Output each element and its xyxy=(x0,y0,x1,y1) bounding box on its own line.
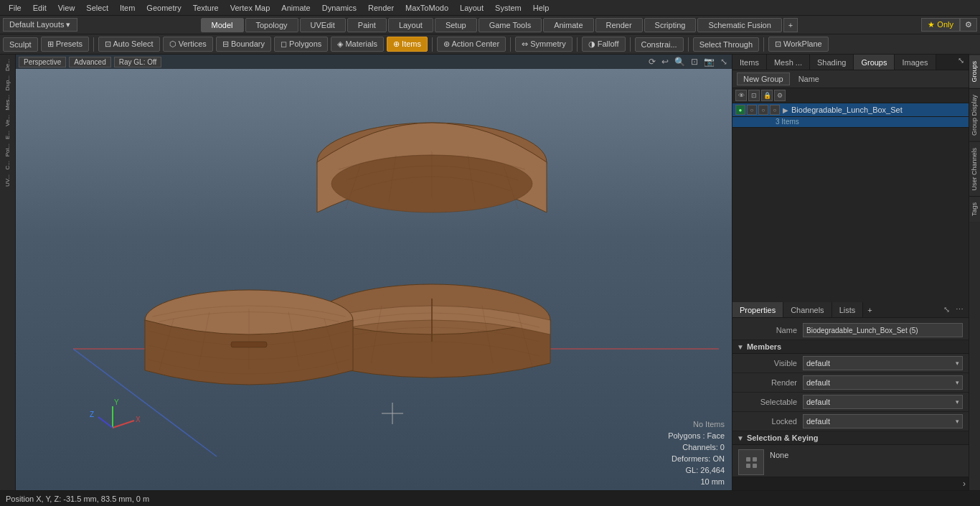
viewport-icon-camera[interactable]: 📷 xyxy=(702,57,716,67)
viewport-advanced-btn[interactable]: Advanced xyxy=(69,57,110,67)
groups-icon-lock[interactable]: 🔒 xyxy=(761,90,773,101)
right-tab-mesh[interactable]: Mesh ... xyxy=(767,55,810,70)
props-tab-add[interactable]: + xyxy=(863,304,876,316)
menu-item[interactable]: Item xyxy=(114,2,141,14)
menu-vertexmap[interactable]: Vertex Map xyxy=(225,2,276,14)
menu-dynamics[interactable]: Dynamics xyxy=(316,2,362,14)
right-tab-groups[interactable]: Groups xyxy=(854,55,895,70)
sculpt-button[interactable]: Sculpt xyxy=(3,37,38,52)
menu-help[interactable]: Help xyxy=(527,2,555,14)
action-center-button[interactable]: ⊛ Action Center xyxy=(437,37,506,52)
layout-tab-gametools[interactable]: Game Tools xyxy=(479,18,542,32)
menu-view[interactable]: View xyxy=(52,2,81,14)
boundary-button[interactable]: ⊟ Boundary xyxy=(216,37,271,52)
viewport[interactable]: Perspective Advanced Ray GL: Off ⟳ ↩ 🔍 ⊡… xyxy=(16,55,732,490)
props-tab-properties[interactable]: Properties xyxy=(732,302,783,317)
select-through-button[interactable]: Select Through xyxy=(693,37,759,52)
sel-keying-section-header[interactable]: ▼ Selection & Keying xyxy=(732,431,969,445)
polygons-button[interactable]: ◻ Polygons xyxy=(274,37,328,52)
layout-tab-uvedit[interactable]: UVEdit xyxy=(300,18,346,32)
menu-render[interactable]: Render xyxy=(362,2,400,14)
menu-geometry[interactable]: Geometry xyxy=(141,2,187,14)
right-tab-images[interactable]: Images xyxy=(895,55,936,70)
group-expand-icon[interactable]: ▶ xyxy=(783,106,788,114)
props-more-btn[interactable]: ⋯ xyxy=(953,305,966,314)
props-tab-lists[interactable]: Lists xyxy=(832,302,864,317)
props-expand-buttons: ⤡ ⋯ xyxy=(941,305,969,314)
menu-select[interactable]: Select xyxy=(80,2,114,14)
rsb-tab-groups[interactable]: Groups xyxy=(969,55,980,88)
workplane-button[interactable]: ⊡ WorkPlane xyxy=(768,37,829,52)
status-channels: Channels: 0 xyxy=(668,441,725,453)
menu-system[interactable]: System xyxy=(489,2,527,14)
auto-select-button[interactable]: ⊡ Auto Select xyxy=(98,37,160,52)
menu-maxtomodo[interactable]: MaxToModo xyxy=(400,2,454,14)
groups-icon-eye[interactable]: 👁 xyxy=(735,90,747,101)
groups-icon-settings[interactable]: ⚙ xyxy=(774,90,786,101)
group-settings-icon[interactable]: ○ xyxy=(770,105,780,115)
group-render-icon[interactable]: ○ xyxy=(747,105,757,115)
items-button[interactable]: ⊕ Items xyxy=(387,37,428,52)
viewport-icon-expand[interactable]: ⤡ xyxy=(719,57,729,67)
group-name-label: Biodegradable_Lunch_Box_Set xyxy=(791,106,966,114)
visible-value: default xyxy=(806,359,956,367)
layout-tab-topology[interactable]: Topology xyxy=(245,18,298,32)
rsb-tab-tags[interactable]: Tags xyxy=(969,196,980,222)
svg-line-25 xyxy=(113,421,134,428)
layout-tab-setup[interactable]: Setup xyxy=(435,18,477,32)
layout-tab-render[interactable]: Render xyxy=(595,18,643,32)
none-label: None xyxy=(770,449,963,459)
locked-caret-icon: ▾ xyxy=(956,418,959,425)
menu-edit[interactable]: Edit xyxy=(27,2,52,14)
rsb-tab-user-channels[interactable]: User Channels xyxy=(969,141,980,197)
visible-select[interactable]: default ▾ xyxy=(803,356,963,370)
groups-icon-render[interactable]: ⊡ xyxy=(748,90,760,101)
viewport-icon-rotate[interactable]: ⟳ xyxy=(647,57,657,67)
props-tab-channels[interactable]: Channels xyxy=(783,302,831,317)
props-expand-btn[interactable]: ⤡ xyxy=(941,305,952,314)
vertices-button[interactable]: ⬡ Vertices xyxy=(163,37,213,52)
right-tab-items[interactable]: Items xyxy=(732,55,767,70)
panel-expand-icon[interactable]: › xyxy=(963,479,966,489)
layout-tab-schematic[interactable]: Schematic Fusion xyxy=(697,18,781,32)
layout-tab-scripting[interactable]: Scripting xyxy=(644,18,697,32)
layout-tab-paint[interactable]: Paint xyxy=(347,18,387,32)
members-section-header[interactable]: ▼ Members xyxy=(732,340,969,354)
layout-tab-model[interactable]: Model xyxy=(201,18,244,32)
group-lock-icon[interactable]: ○ xyxy=(758,105,768,115)
materials-button[interactable]: ◈ Materials xyxy=(331,37,384,52)
menu-texture[interactable]: Texture xyxy=(187,2,225,14)
gear-button[interactable]: ⚙ xyxy=(960,18,977,32)
rsb-tab-group-display[interactable]: Group Display xyxy=(969,88,980,141)
menu-layout[interactable]: Layout xyxy=(454,2,489,14)
group-row-lunchbox[interactable]: ● ○ ○ ○ ▶ Biodegradable_Lunch_Box_Set xyxy=(732,103,969,117)
new-group-button[interactable]: New Group xyxy=(737,72,790,85)
group-eye-icon[interactable]: ● xyxy=(735,105,745,115)
name-input[interactable] xyxy=(803,323,963,337)
viewport-mode-btn[interactable]: Perspective xyxy=(19,57,66,67)
right-tab-shading[interactable]: Shading xyxy=(810,55,854,70)
presets-button[interactable]: ⊞ Presets xyxy=(41,37,89,52)
symmetry-button[interactable]: ⇔ Symmetry xyxy=(515,37,573,52)
right-tabs-expand[interactable]: ⤡ xyxy=(953,55,969,70)
viewport-icon-frame[interactable]: ⊡ xyxy=(689,57,699,67)
layout-tab-layout[interactable]: Layout xyxy=(388,18,433,32)
members-arrow-icon: ▼ xyxy=(737,343,744,351)
layouts-dropdown[interactable]: Default Layouts ▾ xyxy=(3,18,77,32)
falloff-button[interactable]: ◑ Falloff xyxy=(582,37,626,52)
render-select[interactable]: default ▾ xyxy=(803,375,963,390)
viewport-icon-zoom[interactable]: 🔍 xyxy=(673,57,687,67)
groups-icons-row: 👁 ⊡ 🔒 ⚙ xyxy=(732,88,969,103)
layout-tab-animate[interactable]: Animate xyxy=(543,18,593,32)
menu-file[interactable]: File xyxy=(3,2,27,14)
locked-select[interactable]: default ▾ xyxy=(803,414,963,428)
panel-bottom-bar: › xyxy=(732,477,969,490)
constraints-button[interactable]: Constrai... xyxy=(635,37,684,52)
selectable-select[interactable]: default ▾ xyxy=(803,395,963,409)
menu-animate[interactable]: Animate xyxy=(275,2,316,14)
viewport-icon-undo[interactable]: ↩ xyxy=(660,57,670,67)
visible-row: Visible default ▾ xyxy=(732,354,969,373)
viewport-raygl-btn[interactable]: Ray GL: Off xyxy=(114,57,162,67)
left-label-c: C... xyxy=(4,159,11,171)
layout-tab-add[interactable]: + xyxy=(783,18,798,32)
